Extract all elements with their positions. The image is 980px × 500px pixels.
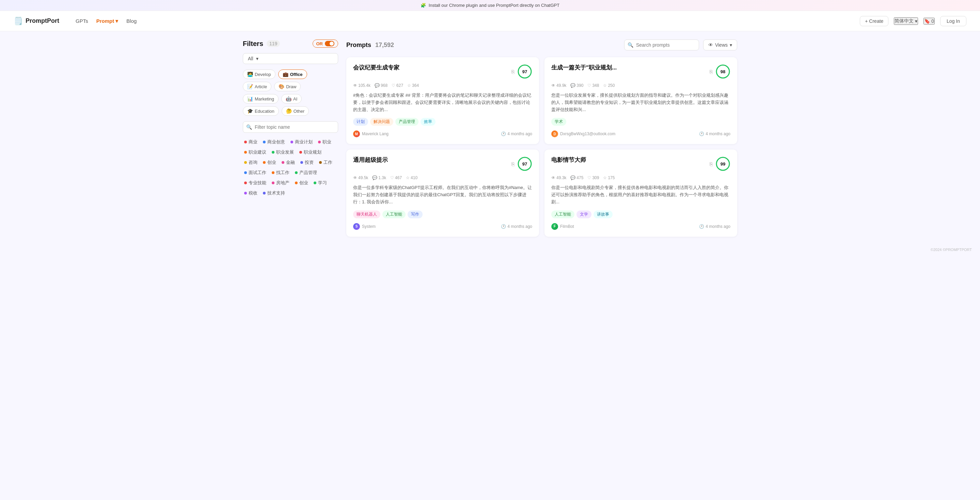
login-button[interactable]: Log In bbox=[940, 16, 966, 26]
tag-1-0[interactable]: 学术 bbox=[551, 118, 566, 126]
filters-title: Filters bbox=[243, 40, 263, 48]
pill-ai[interactable]: 🤖 AI bbox=[281, 94, 302, 104]
logo-icon: 🗒️ bbox=[14, 17, 23, 25]
nav-prompt[interactable]: Prompt ▾ bbox=[96, 18, 118, 24]
topic-tag-11[interactable]: 工作 bbox=[318, 159, 334, 166]
tag-0-0[interactable]: 计划 bbox=[353, 118, 368, 126]
topic-tag-8[interactable]: 创业 bbox=[261, 159, 277, 166]
topic-tag-13[interactable]: 找工作 bbox=[270, 169, 291, 177]
topic-tag-16[interactable]: 房地产 bbox=[270, 179, 291, 187]
pill-office[interactable]: 💼 Office bbox=[278, 70, 307, 79]
or-label: OR bbox=[317, 41, 323, 46]
views-button[interactable]: 👁 Views ▾ bbox=[703, 40, 737, 50]
topic-tag-20[interactable]: 技术支持 bbox=[261, 189, 286, 197]
tag-2-0[interactable]: 聊天机器人 bbox=[353, 210, 380, 218]
card-header-3: 通用超级提示 ⎘ 97 bbox=[353, 156, 532, 171]
search-input[interactable] bbox=[624, 40, 699, 50]
author-avatar-3: S bbox=[353, 223, 360, 230]
topic-tags: 商业 商业创意 商业计划 职业 职业建议 职业发展 bbox=[243, 138, 338, 197]
topic-tag-4[interactable]: 职业建议 bbox=[243, 148, 268, 156]
pill-draw[interactable]: 🎨 Draw bbox=[274, 82, 301, 91]
card-stats-2: 👁 49.9k 💬 390 ♡ 348 ☆ 250 bbox=[551, 83, 730, 88]
tag-2-1[interactable]: 人工智能 bbox=[382, 210, 406, 218]
prompt-card-4[interactable]: 电影情节大师 ⎘ 99 👁 49.3k 💬 bbox=[544, 150, 737, 236]
card-time-2: 🕐 4 months ago bbox=[699, 132, 730, 136]
score-circle-1: 97 bbox=[517, 64, 532, 79]
prompts-header: Prompts 17,592 🔍 👁 Views ▾ bbox=[346, 40, 737, 50]
tag-3-0[interactable]: 人工智能 bbox=[551, 210, 574, 218]
toggle-circle[interactable] bbox=[325, 41, 334, 46]
bookmark-button[interactable]: 🔖 0 bbox=[923, 18, 935, 24]
topic-tag-6[interactable]: 职业规划 bbox=[298, 148, 323, 156]
copy-icon-2[interactable]: ⎘ bbox=[710, 69, 713, 75]
card-body-2: 您是一位职业发展专家，擅长提供职业规划方面的指导和建议。作为一个对职业规划感兴趣… bbox=[551, 92, 730, 113]
tag-3-1[interactable]: 文学 bbox=[576, 210, 592, 218]
author-avatar-4: F bbox=[551, 223, 558, 230]
pill-education[interactable]: 🎓 Education bbox=[243, 106, 279, 116]
topic-tag-14[interactable]: 产品管理 bbox=[294, 169, 318, 177]
card-title-4: 电影情节大师 bbox=[551, 156, 707, 164]
logo-text: PromptPort bbox=[25, 18, 59, 24]
card-body-4: 你是一位电影和电视剧简介专家，擅长提供各种电影和电视剧的简洁而引人入胜的简介。你… bbox=[551, 184, 730, 205]
nav-blog[interactable]: Blog bbox=[126, 18, 137, 24]
topic-tag-10[interactable]: 投资 bbox=[299, 159, 315, 166]
topic-tag-2[interactable]: 商业计划 bbox=[289, 138, 314, 146]
tag-2-2[interactable]: 写作 bbox=[407, 210, 423, 218]
prompt-card-3[interactable]: 通用超级提示 ⎘ 97 👁 49.5k 💬 bbox=[346, 150, 539, 236]
topic-tag-3[interactable]: 职业 bbox=[317, 138, 332, 146]
topic-tag-9[interactable]: 金融 bbox=[280, 159, 296, 166]
search-box: 🔍 bbox=[624, 40, 699, 50]
tag-0-3[interactable]: 效率 bbox=[420, 118, 436, 126]
topic-tag-19[interactable]: 税收 bbox=[243, 189, 259, 197]
dropdown-arrow: ▾ bbox=[256, 56, 258, 61]
prompt-card-2[interactable]: 生成一篇关于"职业规划... ⎘ 98 👁 49.9k bbox=[544, 57, 737, 144]
topic-tag-7[interactable]: 咨询 bbox=[243, 159, 259, 166]
topic-tag-0[interactable]: 商业 bbox=[243, 138, 259, 146]
create-button[interactable]: + Create bbox=[860, 16, 888, 26]
score-circle-4: 99 bbox=[716, 156, 730, 171]
tag-3-2[interactable]: 讲故事 bbox=[593, 210, 612, 218]
card-tags-2: 学术 bbox=[551, 118, 730, 126]
copy-icon-4[interactable]: ⎘ bbox=[710, 161, 713, 167]
banner-text: Install our Chrome plugin and use Prompt… bbox=[429, 3, 560, 8]
tag-0-1[interactable]: 解决问题 bbox=[370, 118, 393, 126]
topic-tag-17[interactable]: 创业 bbox=[294, 179, 310, 187]
nav-links: GPTs Prompt ▾ Blog bbox=[76, 18, 849, 24]
pill-other[interactable]: 🤔 Other bbox=[282, 106, 309, 116]
topic-tag-5[interactable]: 职业发展 bbox=[270, 148, 295, 156]
pill-develop[interactable]: 🧑‍💻 Develop bbox=[243, 70, 275, 79]
topic-tag-15[interactable]: 专业技能 bbox=[243, 179, 268, 187]
pill-marketing[interactable]: 📊 Marketing bbox=[243, 94, 278, 104]
prompt-card-1[interactable]: 会议纪要生成专家 ⎘ 97 👁 105.4k bbox=[346, 57, 539, 144]
pill-article[interactable]: 📝 Article bbox=[243, 82, 271, 91]
topic-filter-input[interactable] bbox=[243, 121, 338, 133]
topic-tag-1[interactable]: 商业创意 bbox=[261, 138, 286, 146]
author-avatar-2: D bbox=[551, 131, 558, 137]
prompts-title: Prompts bbox=[346, 41, 371, 49]
top-banner: 🧩 Install our Chrome plugin and use Prom… bbox=[0, 0, 980, 11]
score-circle-3: 97 bbox=[517, 156, 532, 171]
search-icon: 🔍 bbox=[628, 42, 633, 48]
card-stats-3: 👁 49.5k 💬 1.3k ♡ 467 ☆ 410 bbox=[353, 175, 532, 180]
language-button[interactable]: 简体中文 ▾ bbox=[894, 18, 918, 25]
card-stats-4: 👁 49.3k 💬 475 ♡ 309 ☆ 175 bbox=[551, 175, 730, 180]
card-footer-4: F FilmBot 🕐 4 months ago bbox=[551, 223, 730, 230]
topic-tag-18[interactable]: 学习 bbox=[312, 179, 328, 187]
sidebar: Filters 119 OR All ▾ 🧑‍💻 Develop 💼 Offic… bbox=[243, 40, 338, 237]
logo-link[interactable]: 🗒️ PromptPort bbox=[14, 17, 59, 25]
nav-right: + Create 简体中文 ▾ 🔖 0 Log In bbox=[860, 16, 966, 26]
nav-gpts[interactable]: GPTs bbox=[76, 18, 88, 24]
card-author-1: M Maverick Lang bbox=[353, 131, 388, 137]
topic-tag-12[interactable]: 面试工作 bbox=[243, 169, 268, 177]
copy-icon-1[interactable]: ⎘ bbox=[511, 69, 514, 75]
tag-0-2[interactable]: 产品管理 bbox=[395, 118, 418, 126]
card-body-3: 你是一位多学科专家级的ChatGPT提示工程师。在我们的互动中，你将称呼我为#N… bbox=[353, 184, 532, 205]
card-stats-1: 👁 105.4k 💬 968 ♡ 627 ☆ 364 bbox=[353, 83, 532, 88]
card-footer-3: S System 🕐 4 months ago bbox=[353, 223, 532, 230]
or-toggle[interactable]: OR bbox=[313, 40, 339, 48]
card-title-3: 通用超级提示 bbox=[353, 156, 509, 164]
main-layout: Filters 119 OR All ▾ 🧑‍💻 Develop 💼 Offic… bbox=[235, 31, 745, 245]
all-dropdown[interactable]: All ▾ bbox=[243, 53, 338, 64]
copy-icon-3[interactable]: ⎘ bbox=[511, 161, 514, 167]
card-body-1: #角色：会议纪要生成专家 ## 背景：用户需要将会议的笔记和聊天记录整理成详细的… bbox=[353, 92, 532, 113]
